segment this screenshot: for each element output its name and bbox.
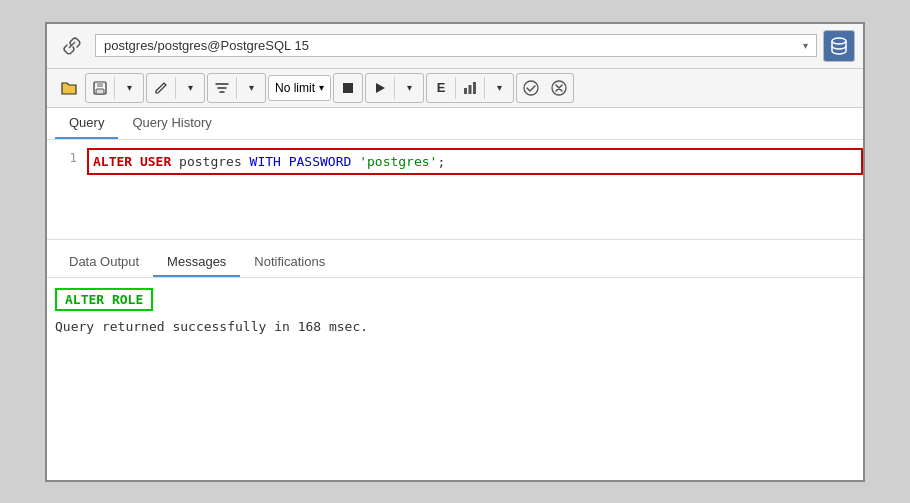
save-dropdown-button[interactable]: ▾ bbox=[115, 74, 143, 102]
filter-dropdown-button[interactable]: ▾ bbox=[237, 74, 265, 102]
kw-alter: ALTER USER bbox=[93, 154, 171, 169]
edit-dropdown-button[interactable]: ▾ bbox=[176, 74, 204, 102]
transaction-group bbox=[516, 73, 574, 103]
open-file-button[interactable] bbox=[55, 74, 83, 102]
chevron-down-icon: ▾ bbox=[803, 40, 808, 51]
stop-button[interactable] bbox=[334, 74, 362, 102]
chart-button[interactable] bbox=[456, 74, 484, 102]
toolbar: ▾ ▾ ▾ No limit ▾ bbox=[47, 69, 863, 108]
filter-button[interactable] bbox=[208, 74, 236, 102]
connection-label: postgres/postgres@PostgreSQL 15 bbox=[104, 38, 309, 53]
limit-chevron-icon: ▾ bbox=[319, 82, 324, 93]
kw-string: 'postgres' bbox=[359, 154, 437, 169]
run-group: ▾ bbox=[365, 73, 424, 103]
query-success-message: Query returned successfully in 168 msec. bbox=[55, 319, 855, 334]
explain-group: E ▾ bbox=[426, 73, 514, 103]
results-content: ALTER ROLE Query returned successfully i… bbox=[47, 278, 863, 344]
tab-query-history[interactable]: Query History bbox=[118, 108, 225, 139]
query-line-1: 1 ALTER USER postgres WITH PASSWORD 'pos… bbox=[47, 148, 863, 176]
explain-dropdown-button[interactable]: ▾ bbox=[485, 74, 513, 102]
svg-rect-6 bbox=[469, 85, 472, 94]
results-area: Data Output Messages Notifications ALTER… bbox=[47, 240, 863, 352]
edit-group: ▾ bbox=[146, 73, 205, 103]
svg-rect-2 bbox=[97, 82, 103, 87]
line-number: 1 bbox=[47, 148, 87, 165]
run-dropdown-button[interactable]: ▾ bbox=[395, 74, 423, 102]
svg-rect-3 bbox=[96, 89, 104, 94]
connection-type-icon bbox=[55, 32, 89, 60]
svg-point-0 bbox=[832, 38, 846, 44]
chevron-down-icon: ▾ bbox=[249, 82, 254, 93]
kw-plain-2 bbox=[281, 154, 289, 169]
results-tabs: Data Output Messages Notifications bbox=[47, 248, 863, 278]
svg-point-8 bbox=[524, 81, 538, 95]
explain-button[interactable]: E bbox=[427, 74, 455, 102]
limit-dropdown[interactable]: No limit ▾ bbox=[268, 75, 331, 101]
kw-plain-4: ; bbox=[437, 154, 445, 169]
query-tabs: Query Query History bbox=[47, 108, 863, 140]
save-button[interactable] bbox=[86, 74, 114, 102]
filter-group: ▾ bbox=[207, 73, 266, 103]
chevron-down-icon: ▾ bbox=[188, 82, 193, 93]
svg-rect-4 bbox=[343, 83, 353, 93]
svg-rect-7 bbox=[473, 82, 476, 94]
tab-notifications[interactable]: Notifications bbox=[240, 248, 339, 277]
kw-password: PASSWORD bbox=[289, 154, 352, 169]
commit-button[interactable] bbox=[517, 74, 545, 102]
connection-bar: postgres/postgres@PostgreSQL 15 ▾ bbox=[47, 24, 863, 69]
edit-button[interactable] bbox=[147, 74, 175, 102]
alter-role-badge: ALTER ROLE bbox=[55, 288, 153, 311]
chevron-down-icon: ▾ bbox=[497, 82, 502, 93]
limit-label: No limit bbox=[275, 81, 315, 95]
explain-label: E bbox=[437, 80, 446, 95]
svg-rect-5 bbox=[464, 88, 467, 94]
rollback-button[interactable] bbox=[545, 74, 573, 102]
stop-group bbox=[333, 73, 363, 103]
database-icon bbox=[823, 30, 855, 62]
main-window: postgres/postgres@PostgreSQL 15 ▾ ▾ bbox=[45, 22, 865, 482]
tab-messages[interactable]: Messages bbox=[153, 248, 240, 277]
run-button[interactable] bbox=[366, 74, 394, 102]
connection-selector[interactable]: postgres/postgres@PostgreSQL 15 ▾ bbox=[95, 34, 817, 57]
kw-with: WITH bbox=[250, 154, 281, 169]
tab-query[interactable]: Query bbox=[55, 108, 118, 139]
tab-data-output[interactable]: Data Output bbox=[55, 248, 153, 277]
chevron-down-icon: ▾ bbox=[407, 82, 412, 93]
kw-plain-1: postgres bbox=[171, 154, 249, 169]
chevron-down-icon: ▾ bbox=[127, 82, 132, 93]
kw-plain-3 bbox=[351, 154, 359, 169]
query-editor: 1 ALTER USER postgres WITH PASSWORD 'pos… bbox=[47, 140, 863, 240]
save-group: ▾ bbox=[85, 73, 144, 103]
query-code[interactable]: ALTER USER postgres WITH PASSWORD 'postg… bbox=[87, 148, 863, 176]
